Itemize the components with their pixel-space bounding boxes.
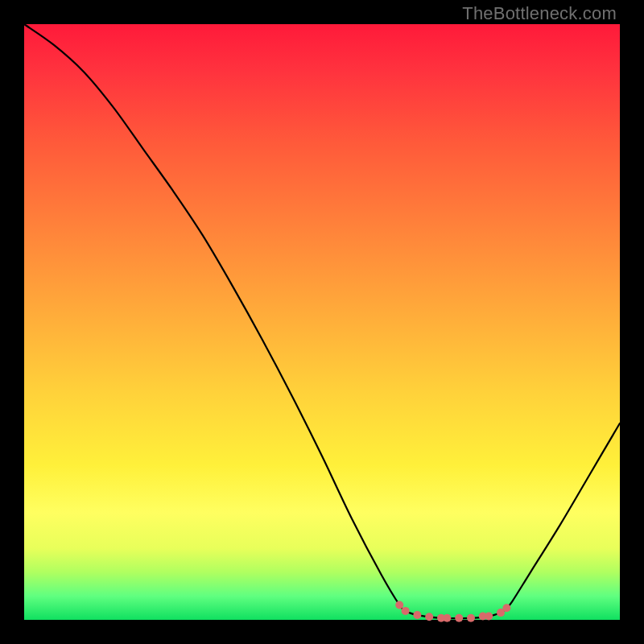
- flat-region-marker: [485, 613, 493, 621]
- flat-region-marker: [413, 611, 421, 619]
- chart-container: TheBottleneck.com: [0, 0, 644, 644]
- flat-region-marker: [443, 614, 451, 622]
- flat-region-marker: [402, 607, 410, 615]
- flat-region-marker: [395, 601, 403, 609]
- plot-area: [24, 24, 620, 620]
- bottleneck-curve-path: [24, 24, 620, 618]
- flat-region-marker: [467, 614, 475, 622]
- flat-region-marker: [455, 614, 463, 622]
- watermark-text: TheBottleneck.com: [462, 3, 617, 24]
- flat-region-marker: [502, 604, 510, 612]
- flat-region-marker: [425, 613, 433, 621]
- chart-svg: [24, 24, 620, 620]
